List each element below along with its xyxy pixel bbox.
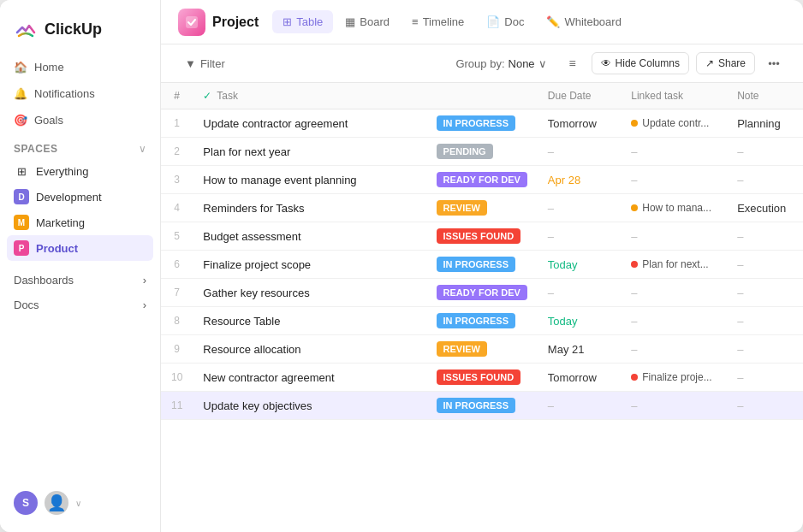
table-row[interactable]: 5Budget assessmentISSUES FOUND–––	[161, 222, 803, 251]
linked-task: –	[621, 335, 727, 364]
task-status[interactable]: PENDING	[426, 138, 538, 166]
tab-table[interactable]: ⊞ Table	[272, 10, 333, 33]
status-badge: IN PROGRESS	[437, 115, 515, 131]
task-name[interactable]: New contractor agreement	[193, 364, 425, 392]
task-check-icon: ✓	[203, 90, 211, 102]
tab-timeline[interactable]: ≡ Timeline	[402, 10, 474, 33]
sidebar-nav: 🏠 Home 🔔 Notifications 🎯 Goals	[0, 55, 160, 133]
task-status[interactable]: IN PROGRESS	[426, 307, 538, 335]
task-note: –	[727, 166, 803, 194]
task-name[interactable]: Finalize project scope	[193, 251, 425, 279]
task-name[interactable]: Update contractor agreement	[193, 109, 425, 138]
due-date: May 21	[538, 335, 621, 364]
status-badge: IN PROGRESS	[437, 257, 515, 272]
task-status[interactable]: READY FOR DEV	[426, 279, 538, 307]
due-date: Today	[538, 307, 621, 335]
sidebar-item-docs[interactable]: Docs ›	[0, 293, 160, 317]
share-label: Share	[718, 57, 746, 69]
linked-task: Plan for next...	[621, 251, 727, 279]
table-row[interactable]: 9Resource allocationREVIEWMay 21––	[161, 335, 803, 364]
task-status[interactable]: IN PROGRESS	[426, 392, 538, 420]
linked-task-name: Update contr...	[642, 117, 709, 129]
status-badge: PENDING	[437, 144, 493, 159]
linked-task: Update contr...	[621, 109, 727, 138]
avatar-s[interactable]: S	[14, 491, 38, 515]
linked-task: –	[621, 138, 727, 166]
tab-board[interactable]: ▦ Board	[335, 10, 400, 33]
table-row[interactable]: 10New contractor agreementISSUES FOUNDTo…	[161, 364, 803, 392]
task-name[interactable]: Resource allocation	[193, 335, 425, 364]
sidebar-item-goals[interactable]: 🎯 Goals	[7, 108, 153, 133]
marketing-badge: M	[14, 215, 29, 230]
spaces-chevron-icon[interactable]: ∨	[139, 143, 146, 155]
task-status[interactable]: READY FOR DEV	[426, 166, 538, 194]
sidebar-item-product[interactable]: P Product	[7, 235, 153, 261]
linked-dot-icon	[631, 120, 638, 127]
due-date: –	[538, 222, 621, 251]
task-name[interactable]: Gather key resources	[193, 279, 425, 307]
task-note: –	[727, 222, 803, 251]
row-number: 9	[161, 335, 193, 364]
task-status[interactable]: ISSUES FOUND	[426, 222, 538, 251]
user-menu-chevron-icon[interactable]: ∨	[75, 499, 81, 508]
tasks-table: # ✓ Task Due Date Linked task Note	[161, 83, 803, 420]
due-date: Tomorrow	[538, 109, 621, 138]
task-note: –	[727, 307, 803, 335]
filter-label: Filter	[200, 57, 225, 70]
docs-chevron-icon: ›	[143, 299, 146, 311]
table-row[interactable]: 11Update key objectivesIN PROGRESS–––	[161, 392, 803, 420]
table-row[interactable]: 7Gather key resourcesREADY FOR DEV–––	[161, 279, 803, 307]
sidebar-item-dashboards[interactable]: Dashboards ›	[0, 268, 160, 293]
more-options-button[interactable]: •••	[762, 51, 786, 75]
task-note: –	[727, 279, 803, 307]
marketing-label: Marketing	[36, 216, 85, 229]
task-name[interactable]: Budget assessment	[193, 222, 425, 251]
filter-button[interactable]: ▼ Filter	[178, 54, 232, 74]
sidebar-item-notifications[interactable]: 🔔 Notifications	[7, 81, 153, 106]
task-status[interactable]: ISSUES FOUND	[426, 364, 538, 392]
task-name[interactable]: Resource Table	[193, 307, 425, 335]
task-status[interactable]: IN PROGRESS	[426, 109, 538, 138]
task-note: –	[727, 364, 803, 392]
table-body: 1Update contractor agreementIN PROGRESST…	[161, 109, 803, 420]
task-name[interactable]: Update key objectives	[193, 392, 425, 420]
table-row[interactable]: 4Reminders for TasksREVIEW–How to mana..…	[161, 194, 803, 222]
logo: ClickUp	[0, 10, 160, 55]
sidebar-item-home[interactable]: 🏠 Home	[7, 55, 153, 80]
table-row[interactable]: 6Finalize project scopeIN PROGRESSTodayP…	[161, 251, 803, 279]
task-status[interactable]: REVIEW	[426, 194, 538, 222]
row-number: 4	[161, 194, 193, 222]
spaces-list: ⊞ Everything D Development M Marketing P…	[0, 158, 160, 261]
tab-whiteboard[interactable]: ✏️ Whiteboard	[536, 10, 631, 33]
hide-columns-button[interactable]: 👁 Hide Columns	[592, 52, 689, 74]
group-by-selector[interactable]: Group by: None ∨	[455, 57, 546, 70]
table-row[interactable]: 8Resource TableIN PROGRESSToday––	[161, 307, 803, 335]
table-row[interactable]: 1Update contractor agreementIN PROGRESST…	[161, 109, 803, 138]
linked-task: –	[621, 279, 727, 307]
avatar-img[interactable]: 👤	[45, 491, 68, 515]
task-name[interactable]: Reminders for Tasks	[193, 194, 425, 222]
task-note: –	[727, 392, 803, 420]
task-status[interactable]: REVIEW	[426, 335, 538, 364]
table-row[interactable]: 2Plan for next yearPENDING–––	[161, 138, 803, 166]
status-badge: IN PROGRESS	[437, 313, 515, 328]
table-row[interactable]: 3How to manage event planningREADY FOR D…	[161, 166, 803, 194]
sidebar-bottom: S 👤 ∨	[0, 484, 160, 522]
sidebar-item-everything[interactable]: ⊞ Everything	[7, 158, 153, 184]
tab-doc[interactable]: 📄 Doc	[476, 10, 534, 33]
spaces-section-header: Spaces ∨	[0, 133, 160, 158]
share-button[interactable]: ↗ Share	[696, 52, 755, 74]
columns-icon-button[interactable]: ≡	[561, 51, 585, 75]
task-status[interactable]: IN PROGRESS	[426, 251, 538, 279]
group-by-label: Group by:	[455, 57, 504, 70]
sidebar-item-development[interactable]: D Development	[7, 184, 153, 210]
task-name[interactable]: Plan for next year	[193, 138, 425, 166]
dashboards-label: Dashboards	[14, 274, 74, 287]
timeline-tab-icon: ≡	[412, 15, 419, 28]
task-name[interactable]: How to manage event planning	[193, 166, 425, 194]
task-note: –	[727, 251, 803, 279]
board-tab-icon: ▦	[345, 15, 355, 28]
row-number: 8	[161, 307, 193, 335]
status-badge: REVIEW	[437, 341, 487, 357]
sidebar-item-marketing[interactable]: M Marketing	[7, 210, 153, 235]
